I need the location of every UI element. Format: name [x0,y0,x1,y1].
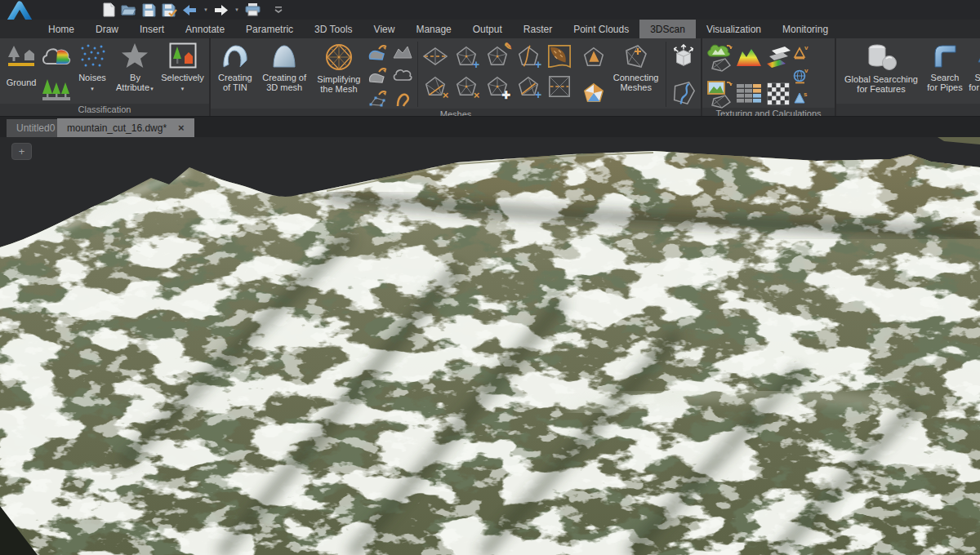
checkerboard-texture-button[interactable] [764,79,793,108]
arc-section-button[interactable] [390,87,415,109]
mountain-mesh-button[interactable] [390,42,415,63]
tab-parametric[interactable]: Parametric [235,20,304,38]
volume-calc-button[interactable]: v [793,42,809,62]
panel-label-classification: Classification [0,104,209,116]
simplifying-mesh-button[interactable]: Simplifying the Mesh [312,40,367,94]
global-search-features-button[interactable]: Global Searcching for Features [839,40,924,94]
height-colors-button[interactable] [734,42,764,71]
toolbar-expand-icon [274,6,283,14]
tab-visualization[interactable]: Visualization [696,20,772,38]
search-planes-button[interactable]: Search for Planes [966,40,980,92]
panel-texturing: v v [702,38,835,116]
tab-point-clouds[interactable]: Point Clouds [563,20,639,38]
close-tab-icon[interactable]: × [178,122,185,134]
by-attribute-label-1: By [130,73,140,82]
tab-view[interactable]: View [363,20,406,38]
global-search-label-1: Global Searcching [844,74,918,84]
connecting-meshes-label-1: Connecting [613,73,659,82]
doc-tab-untitled[interactable]: Untitled0 [7,119,57,137]
tab-draw[interactable]: Draw [85,20,129,38]
selectively-dropdown-icon: ▼ [180,84,185,94]
mesh-import-blue-button[interactable] [366,42,390,63]
cloud-rainbow-icon [41,44,72,69]
tab-3d-tools[interactable]: 3D Tools [304,20,363,38]
mesh-section-plane-button[interactable] [545,72,574,100]
redo-dropdown[interactable]: ▼ [234,7,239,12]
doc-tab-mountain[interactable]: mountain_cut_16.dwg* × [57,118,194,137]
texture-from-cloud-button[interactable] [705,42,734,71]
tab-output[interactable]: Output [462,20,513,38]
printer-icon [245,3,261,16]
model-viewport[interactable]: + [0,137,980,555]
mesh-texture-patch-button[interactable] [545,42,574,70]
undo-button[interactable] [183,2,197,18]
creating-tin-button[interactable]: Creating of TIN [213,40,257,92]
save-button[interactable] [142,2,156,18]
classification-icon-column [40,40,73,104]
tab-3dscan[interactable]: 3DScan [639,20,696,38]
app-logo[interactable] [3,0,39,20]
cloud-outline-button[interactable] [390,64,415,86]
pentagon-orange-face-icon [581,45,606,69]
cylinder-sphere-icon [865,42,898,72]
search-pipes-label-1: Search [931,73,960,82]
noises-button[interactable]: Noises ▼ [73,40,112,94]
new-file-icon [103,2,115,17]
by-attribute-button[interactable]: By Attribute▼ [112,40,158,94]
undo-arrow-icon [183,5,197,16]
simplify-sphere-icon [323,42,354,72]
image-texture-mesh-icon [706,79,733,109]
surface-area-button[interactable]: s [793,88,809,108]
texture-from-image-button[interactable] [705,79,734,108]
move-mesh-button[interactable] [669,42,698,73]
connecting-meshes-button[interactable]: Connecting Meshes [608,40,663,92]
tin-surface-icon [220,42,251,70]
creating-3d-mesh-label-2: 3D mesh [266,82,302,92]
save-as-button[interactable] [162,2,177,18]
noises-icon [78,42,106,70]
mesh-boundary-button[interactable] [669,78,698,109]
search-pipes-button[interactable]: Search for Pipes [924,40,966,92]
tab-insert[interactable]: Insert [129,20,175,38]
mesh-delete-face-button[interactable]: × [421,72,450,100]
creating-3d-mesh-button[interactable]: Creating of 3D mesh [257,40,312,92]
classify-vegetation-button[interactable] [40,74,73,104]
open-button[interactable] [121,2,136,18]
tab-annotate[interactable]: Annotate [175,20,235,38]
triangle-v-icon: v [793,43,809,61]
mesh-delete-vertex-button[interactable]: × [452,72,481,100]
sphere-volume-button[interactable]: v [793,65,809,85]
mesh-flatten-button[interactable] [421,42,450,70]
edit-pencil-icon: ✎ [504,42,512,51]
calculation-table-button[interactable] [734,79,764,108]
mesh-add-edge-button[interactable]: + [514,72,543,100]
ground-button[interactable]: Ground [2,40,40,87]
mesh-colored-faces-button[interactable] [579,78,608,109]
layers-compare-button[interactable] [764,42,793,71]
new-tab-button[interactable]: + [11,143,32,160]
classify-cloud-button[interactable] [40,42,73,71]
mesh-add-vertex-button[interactable]: + [452,42,481,70]
mesh-diamond-dashed-icon [422,47,448,66]
search-planes-label-1: Search [975,73,980,82]
print-button[interactable] [245,2,261,18]
mesh-add-break-line-button[interactable]: + [514,42,543,70]
mesh-move-vertex-button[interactable]: ✚ [483,72,512,100]
mesh-edit-button[interactable]: ✎ [483,42,512,70]
mesh-fill-hole-button[interactable] [579,42,608,73]
tab-home[interactable]: Home [38,20,85,38]
tab-raster[interactable]: Raster [513,20,563,38]
simplifying-mesh-label-1: Simplifying [317,74,360,84]
toolbar-expand-button[interactable] [274,2,283,18]
new-file-button[interactable] [103,2,115,18]
ground-icon [7,42,36,75]
tab-monitoring[interactable]: Monitoring [772,20,839,38]
tab-manage[interactable]: Manage [405,20,461,38]
mesh-import-points-button[interactable] [366,87,390,109]
svg-text:v: v [804,44,808,51]
mesh-import-gray-button[interactable] [366,64,390,86]
selectively-button[interactable]: Selectively ▼ [158,40,207,94]
redo-button[interactable] [214,2,228,18]
undo-dropdown[interactable]: ▼ [203,7,208,12]
mesh-import-points-icon [368,88,389,108]
